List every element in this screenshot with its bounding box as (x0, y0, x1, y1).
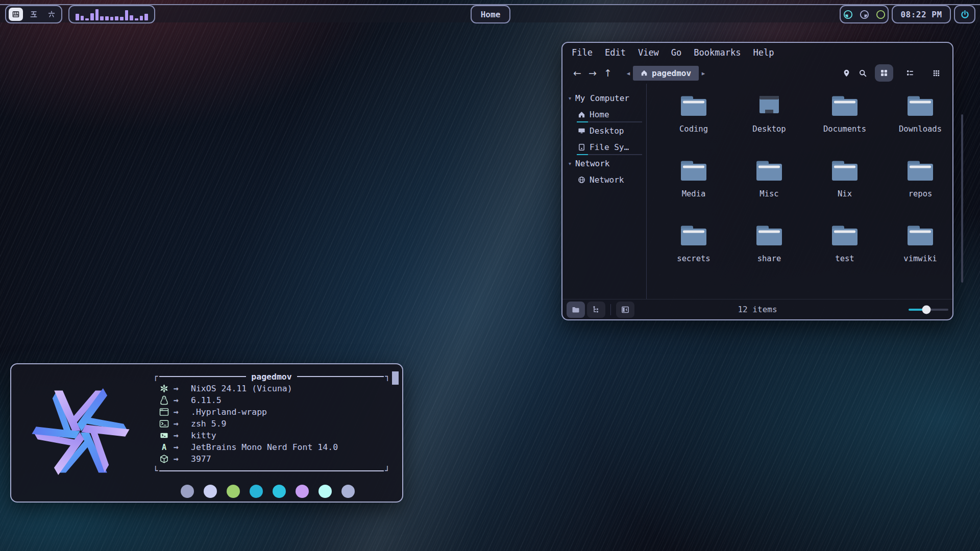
workspace-switcher[interactable] (5, 5, 62, 23)
box-corner-bl: └ (153, 467, 158, 475)
folder-icon (679, 159, 708, 183)
menu-item-go[interactable]: Go (671, 47, 681, 58)
toolbar: pagedmov (562, 62, 952, 84)
sidebar-item-home[interactable]: Home (562, 106, 646, 122)
top-bar: Home 08:22 PM (0, 4, 980, 22)
fetch-output: ┌ pagedmov ┐ NixOS 24.11 (Vicuna) 6.11.5 (153, 370, 390, 477)
arrow-icon (174, 454, 191, 464)
clock-text: 08:22 PM (900, 10, 942, 19)
workspace-4-button[interactable] (9, 8, 23, 21)
palette-dot (341, 485, 355, 498)
folder-item-repos[interactable]: repos (883, 155, 958, 219)
toggle-side-pane-button[interactable] (616, 302, 634, 318)
status-separator (610, 304, 611, 315)
show-folders-button[interactable] (567, 302, 585, 318)
box-corner-br: ┘ (385, 467, 390, 475)
folder-icon (679, 94, 708, 118)
folder-label: Media (682, 189, 706, 198)
workspace-6-button[interactable] (44, 8, 59, 21)
thumbnail-view-button[interactable] (927, 64, 945, 82)
folder-icon (830, 223, 860, 248)
breadcrumb-label: pagedmov (652, 68, 691, 78)
fetch-wm-value: .Hyprland-wrapp (191, 407, 267, 417)
workspace-5-button[interactable] (27, 8, 41, 21)
menu-bar: FileEditViewGoBookmarksHelp (562, 43, 952, 62)
collapse-arrow-icon[interactable] (569, 95, 571, 101)
sidebar-section-my-computer[interactable]: My Computer (562, 90, 646, 106)
folder-item-misc[interactable]: Misc (731, 155, 807, 219)
folder-item-documents[interactable]: Documents (807, 90, 883, 155)
palette-dot (181, 485, 194, 498)
folder-label: Coding (679, 124, 708, 134)
power-button[interactable] (954, 5, 975, 23)
zoom-slider-knob[interactable] (922, 305, 931, 314)
sidebar-item-filesystem[interactable]: File Sy… (562, 139, 646, 155)
fetch-row-shell: zsh 5.9 (153, 418, 390, 430)
back-button[interactable] (570, 67, 585, 79)
box-line (159, 376, 247, 377)
folder-item-secrets[interactable]: secrets (656, 219, 731, 284)
box-line (297, 376, 384, 377)
up-button[interactable] (600, 67, 616, 79)
icon-view-button[interactable] (875, 64, 893, 82)
sidebar-item-network[interactable]: Network (562, 171, 646, 188)
section-label: My Computer (575, 93, 629, 103)
folder-item-downloads[interactable]: Downloads (883, 90, 958, 155)
terminal-filled-icon (159, 431, 174, 440)
fetch-shell-value: zsh 5.9 (191, 419, 227, 429)
toolbar-right-icons (842, 64, 945, 82)
box-corner-tl: ┌ (153, 372, 158, 381)
folder-icon (905, 159, 935, 183)
show-tree-button[interactable] (587, 302, 605, 318)
folder-item-desktop[interactable]: Desktop (731, 90, 807, 155)
power-icon (960, 9, 970, 20)
visualizer-bar (105, 16, 109, 20)
folder-item-vimwiki[interactable]: vimwiki (883, 219, 958, 284)
arrow-icon (174, 419, 191, 429)
collapse-arrow-icon[interactable] (569, 161, 571, 166)
location-pin-button[interactable] (842, 69, 851, 78)
compact-view-button[interactable] (901, 64, 919, 82)
scrollbar-thumb[interactable] (961, 114, 963, 283)
sidebar-item-desktop[interactable]: Desktop (562, 122, 646, 139)
fetch-row-font: A JetBrains Mono Nerd Font 14.0 (153, 441, 390, 453)
sidebar-section-network[interactable]: Network (562, 155, 646, 171)
folder-label: secrets (677, 254, 710, 263)
palette-dot (250, 485, 263, 498)
menu-item-view[interactable]: View (638, 47, 659, 58)
terminal-color-palette (181, 485, 355, 498)
sidebar-label: Home (590, 110, 609, 119)
terminal-cursor (392, 371, 399, 385)
breadcrumb-home-button[interactable]: pagedmov (633, 66, 699, 81)
breadcrumb: pagedmov (624, 66, 708, 81)
folder-icon (679, 223, 708, 248)
folder-item-test[interactable]: test (807, 219, 883, 284)
fetch-box-bottom: └ ┘ (153, 465, 390, 477)
home-icon (578, 111, 585, 118)
menu-item-edit[interactable]: Edit (605, 47, 626, 58)
menu-item-bookmarks[interactable]: Bookmarks (694, 47, 741, 58)
forward-button[interactable] (585, 67, 600, 79)
sidebar-label: Network (590, 175, 624, 185)
visualizer-bars (76, 8, 148, 20)
breadcrumb-left-icon[interactable] (624, 69, 633, 77)
arrow-icon (174, 384, 191, 393)
disk-gauge-icon (875, 9, 886, 20)
folder-item-nix[interactable]: Nix (807, 155, 883, 219)
breadcrumb-right-icon[interactable] (699, 69, 708, 77)
visualizer-bar (100, 16, 104, 20)
penguin-icon (159, 395, 174, 405)
folder-icon (830, 159, 860, 183)
folder-item-media[interactable]: Media (656, 155, 731, 219)
visualizer-bar (120, 17, 124, 20)
places-sidebar: My Computer Home Desktop (562, 84, 647, 299)
menu-item-help[interactable]: Help (753, 47, 774, 58)
window-icon (159, 407, 174, 417)
folder-item-share[interactable]: share (731, 219, 807, 284)
menu-item-file[interactable]: File (572, 47, 593, 58)
fetch-row-terminal: kitty (153, 430, 390, 441)
zoom-slider[interactable] (909, 305, 948, 314)
folder-item-coding[interactable]: Coding (656, 90, 731, 155)
search-button[interactable] (859, 69, 867, 78)
file-manager-window: FileEditViewGoBookmarksHelp pagedmov (561, 42, 953, 320)
